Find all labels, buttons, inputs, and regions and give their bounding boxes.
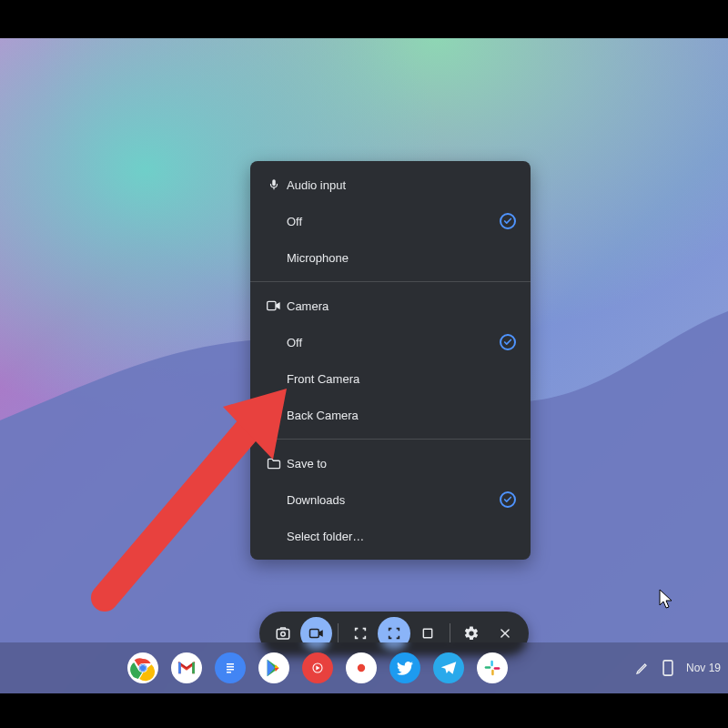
shelf-apps bbox=[127, 652, 508, 683]
svg-rect-25 bbox=[494, 667, 500, 670]
section-save-to: Save to Downloads Select folder… bbox=[250, 440, 531, 560]
docs-app-icon[interactable] bbox=[215, 652, 246, 683]
svg-rect-3 bbox=[309, 630, 318, 638]
check-icon bbox=[500, 491, 516, 508]
check-icon bbox=[500, 334, 516, 350]
header-audio-input-label: Audio input bbox=[287, 178, 516, 192]
option-audio-off[interactable]: Off bbox=[250, 203, 531, 239]
header-camera-label: Camera bbox=[287, 299, 516, 313]
slack-app-icon[interactable] bbox=[477, 652, 508, 683]
svg-rect-23 bbox=[485, 666, 491, 669]
screen-area: Audio input Off Microphone Camera bbox=[0, 38, 728, 693]
header-save-to: Save to bbox=[250, 445, 531, 481]
gmail-app-icon[interactable] bbox=[171, 652, 202, 683]
shelf: Nov 19 bbox=[0, 642, 728, 693]
option-save-select-folder-label: Select folder… bbox=[287, 530, 516, 543]
video-camera-icon bbox=[261, 300, 287, 311]
stylus-icon[interactable] bbox=[635, 661, 650, 675]
svg-rect-15 bbox=[227, 666, 234, 668]
section-camera: Camera Off Front Camera Back Camera bbox=[250, 282, 531, 440]
svg-rect-16 bbox=[227, 669, 234, 671]
section-audio: Audio input Off Microphone bbox=[250, 161, 531, 282]
option-save-select-folder[interactable]: Select folder… bbox=[250, 518, 531, 554]
svg-rect-11 bbox=[178, 662, 181, 673]
check-icon bbox=[500, 213, 516, 229]
svg-rect-1 bbox=[277, 630, 289, 640]
twitter-app-icon[interactable] bbox=[389, 652, 420, 683]
option-camera-back-label: Back Camera bbox=[287, 409, 516, 422]
screen-recorder-app-icon[interactable] bbox=[346, 652, 377, 683]
header-camera: Camera bbox=[250, 288, 531, 324]
svg-point-21 bbox=[358, 664, 365, 672]
svg-rect-0 bbox=[268, 301, 276, 309]
system-tray[interactable]: Nov 19 bbox=[635, 660, 721, 676]
option-audio-microphone-label: Microphone bbox=[287, 251, 516, 265]
svg-rect-22 bbox=[490, 661, 493, 667]
option-save-downloads[interactable]: Downloads bbox=[250, 481, 531, 518]
svg-rect-12 bbox=[192, 662, 195, 673]
header-save-to-label: Save to bbox=[287, 457, 516, 470]
svg-rect-24 bbox=[491, 670, 494, 676]
option-camera-off-label: Off bbox=[287, 336, 500, 349]
youtube-music-app-icon[interactable] bbox=[302, 652, 333, 683]
option-camera-front-label: Front Camera bbox=[287, 372, 516, 386]
header-audio-input: Audio input bbox=[250, 167, 531, 203]
tray-date: Nov 19 bbox=[686, 662, 721, 674]
option-camera-front[interactable]: Front Camera bbox=[250, 360, 531, 397]
phone-hub-icon[interactable] bbox=[662, 660, 673, 676]
svg-point-10 bbox=[140, 665, 146, 671]
option-camera-off[interactable]: Off bbox=[250, 324, 531, 360]
svg-point-2 bbox=[280, 632, 285, 637]
svg-rect-13 bbox=[224, 660, 237, 676]
option-camera-back[interactable]: Back Camera bbox=[250, 397, 531, 433]
svg-rect-14 bbox=[227, 663, 234, 665]
option-audio-off-label: Off bbox=[287, 215, 500, 228]
toolbar-divider bbox=[450, 623, 450, 643]
telegram-app-icon[interactable] bbox=[433, 652, 464, 683]
toolbar-divider bbox=[338, 623, 339, 643]
svg-rect-4 bbox=[424, 629, 432, 637]
play-store-app-icon[interactable] bbox=[258, 652, 289, 683]
chrome-app-icon[interactable] bbox=[127, 652, 158, 683]
folder-icon bbox=[261, 458, 287, 470]
option-audio-microphone[interactable]: Microphone bbox=[250, 239, 531, 276]
option-save-downloads-label: Downloads bbox=[287, 493, 500, 507]
svg-rect-26 bbox=[663, 661, 672, 675]
mic-icon bbox=[261, 178, 287, 191]
capture-settings-popup: Audio input Off Microphone Camera bbox=[250, 161, 531, 560]
svg-rect-17 bbox=[227, 672, 231, 673]
